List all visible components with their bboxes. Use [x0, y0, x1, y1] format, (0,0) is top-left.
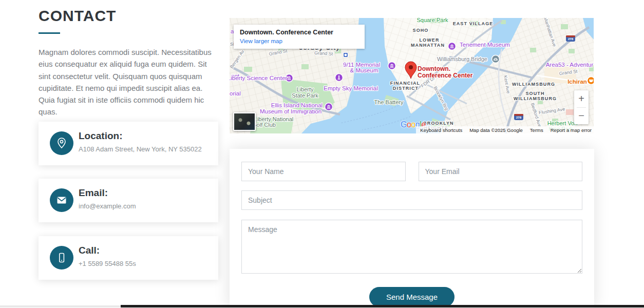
email-input[interactable] — [419, 162, 583, 181]
map-label: orial — [230, 90, 241, 97]
map-label: State Park — [292, 92, 318, 99]
map-label: Tenement Museum — [460, 42, 510, 48]
map-zoom-control: + − — [574, 90, 589, 124]
intro-paragraph: Magnam dolores commodi suscipit. Necessi… — [39, 46, 218, 118]
footer-edge — [0, 305, 644, 308]
map-label: The Battery — [374, 99, 404, 105]
map-poi-bridge-icon — [492, 55, 500, 63]
satellite-layer-thumbnail[interactable] — [233, 112, 256, 131]
contact-card-email: Email: info@example.com — [39, 179, 218, 222]
location-title: Location: — [79, 130, 123, 142]
contact-card-location: Location: A108 Adam Street, New York, NY… — [39, 122, 218, 165]
map-info-title: Downtown. Conference Center — [240, 29, 358, 36]
contact-card-call: Call: +1 5589 55488 55s — [39, 236, 218, 280]
map-label: SOUTH — [526, 91, 545, 96]
title-underline — [39, 32, 60, 34]
location-text: A108 Adam Street, New York, NY 535022 — [79, 145, 202, 153]
map-label: MANHATTAN — [411, 43, 445, 48]
map-label: WILLIAMSBURG — [514, 96, 557, 101]
map-label: SOHO — [413, 28, 429, 33]
google-map-embed[interactable]: 278278Jersey CityGrand StGrand StBergen … — [230, 18, 594, 133]
map-attribution: Keyboard shortcuts Map data ©2025 Google… — [416, 126, 594, 133]
call-title: Call: — [79, 245, 100, 256]
email-title: Email: — [79, 187, 108, 199]
interstate-278-shield: 278 — [514, 114, 523, 120]
envelope-icon — [50, 188, 73, 212]
map-label: WILLIAMSBURG — [512, 82, 555, 87]
map-data-copyright: Map data ©2025 Google — [469, 127, 523, 133]
map-label: & Museum — [350, 67, 378, 73]
email-text: info@example.com — [79, 202, 136, 210]
contact-form: Send Message — [230, 149, 594, 308]
map-info-window: Downtown. Conference Center View larger … — [234, 25, 365, 49]
svg-text:278: 278 — [568, 37, 574, 41]
footer-edge-light — [0, 305, 121, 307]
map-label: DISTRICT — [393, 86, 419, 91]
zoom-out-button[interactable]: − — [574, 108, 589, 125]
map-label: Downtown. — [418, 65, 450, 72]
map-label: Grand St — [314, 50, 333, 56]
phone-icon — [50, 246, 73, 270]
report-map-error-link[interactable]: Report a map error — [551, 127, 592, 133]
map-poi-museum-icon — [388, 62, 396, 70]
map-label: Area53 - Adventur — [546, 62, 594, 68]
message-textarea[interactable] — [241, 220, 582, 274]
page-title: CONTACT — [39, 7, 218, 25]
subject-input[interactable] — [241, 190, 582, 210]
map-label: Ichiran — [567, 79, 587, 85]
map-label: Square Park — [416, 18, 448, 23]
contact-intro: CONTACT Magnam dolores commodi suscipit.… — [39, 7, 218, 118]
map-label: Ellis Island National — [271, 102, 323, 108]
footer-edge-dark — [121, 305, 644, 307]
name-input[interactable] — [241, 162, 406, 181]
call-text: +1 5589 55488 55s — [79, 260, 136, 267]
map-label: Williamsburg Bridge — [437, 56, 487, 62]
view-larger-map-link[interactable]: View larger map — [240, 38, 358, 44]
map-poi-obelisk-icon — [335, 74, 343, 82]
keyboard-shortcuts-link[interactable]: Keyboard shortcuts — [420, 127, 462, 133]
interstate-278-shield: 278 — [566, 35, 575, 42]
map-label: LOWER — [420, 37, 440, 43]
map-poi-museum-icon — [448, 43, 456, 50]
terms-link[interactable]: Terms — [530, 127, 543, 133]
map-label: Liberty — [296, 86, 314, 92]
zoom-in-button[interactable]: + — [574, 90, 589, 107]
map-poi-food-icon — [588, 77, 594, 85]
map-label: FINANCIAL — [390, 81, 420, 86]
map-label: Museum of Immigration — [260, 108, 321, 114]
map-label: Conference Center — [418, 72, 473, 79]
map-poi-museum-icon — [325, 103, 333, 111]
map-label: Liberty Science Center — [230, 75, 287, 81]
location-pin-icon — [50, 131, 73, 155]
map-label: Empty Sky Memorial — [324, 85, 377, 91]
svg-text:278: 278 — [516, 116, 522, 119]
send-message-button[interactable]: Send Message — [369, 287, 454, 307]
map-poi-transit-icon — [344, 53, 348, 57]
map-label: EAST VILLAGE — [453, 21, 494, 26]
